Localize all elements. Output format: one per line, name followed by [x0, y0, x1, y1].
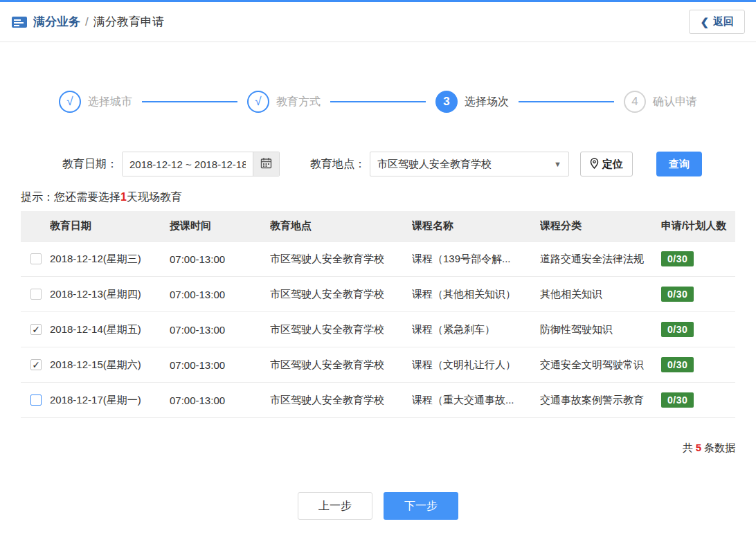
header-course-name: 课程名称: [412, 219, 540, 233]
table-row: ✓ 2018-12-14(星期五) 07:00-13:00 市区驾驶人安全教育学…: [21, 312, 735, 347]
date-range-group: [122, 152, 280, 176]
cell-course-name: 课程（重大交通事故...: [412, 394, 540, 407]
hint-suffix: 天现场教育: [127, 191, 182, 203]
cell-education-place: 市区驾驶人安全教育学校: [270, 323, 412, 336]
step-3-circle: 3: [435, 91, 458, 113]
cell-course-name: 课程（139号部令解...: [412, 253, 540, 266]
step-select-city: √ 选择城市: [59, 91, 132, 113]
header-applied-planned: 申请/计划人数: [661, 219, 735, 233]
header-class-time: 授课时间: [170, 219, 270, 233]
cell-education-place: 市区驾驶人安全教育学校: [270, 359, 412, 372]
next-step-button[interactable]: 下一步: [384, 492, 458, 520]
education-place-select[interactable]: 市区驾驶人安全教育学校 ▼: [370, 152, 569, 176]
step-education-mode: √ 教育方式: [247, 91, 321, 113]
education-date-label: 教育日期：: [62, 157, 118, 172]
table-header-row: 教育日期 授课时间 教育地点 课程名称 课程分类 申请/计划人数: [21, 211, 735, 242]
locate-button-label: 定位: [602, 158, 623, 171]
cell-course-category: 交通事故案例警示教育: [540, 394, 661, 407]
step-connector: [330, 101, 426, 102]
step-1-label: 选择城市: [88, 95, 132, 109]
cell-education-date: 2018-12-17(星期一): [50, 394, 170, 407]
education-place-label: 教育地点：: [310, 157, 366, 172]
step-3-label: 选择场次: [465, 95, 509, 109]
date-range-input[interactable]: [123, 152, 253, 176]
table-row: 2018-12-12(星期三) 07:00-13:00 市区驾驶人安全教育学校 …: [21, 242, 735, 277]
education-place-selected-value: 市区驾驶人安全教育学校: [377, 158, 492, 171]
step-1-circle: √: [59, 91, 81, 113]
table-row: 2018-12-17(星期一) 07:00-13:00 市区驾驶人安全教育学校 …: [21, 383, 735, 418]
chevron-down-icon: ▼: [554, 160, 561, 168]
cell-education-place: 市区驾驶人安全教育学校: [270, 288, 412, 301]
applied-planned-badge: 0/30: [661, 287, 694, 302]
hint-remaining-count: 1: [120, 191, 127, 203]
cell-class-time: 07:00-13:00: [170, 289, 270, 300]
location-pin-icon: [590, 158, 599, 171]
cell-education-date: 2018-12-15(星期六): [50, 359, 170, 372]
applied-planned-badge: 0/30: [661, 357, 694, 372]
cell-course-name: 课程（紧急刹车）: [412, 323, 540, 336]
row-checkbox[interactable]: ✓: [30, 324, 42, 335]
applied-planned-badge: 0/30: [661, 251, 694, 266]
cell-education-date: 2018-12-13(星期四): [50, 288, 170, 301]
back-button[interactable]: ❮ 返回: [689, 10, 745, 34]
table-row: 2018-12-13(星期四) 07:00-13:00 市区驾驶人安全教育学校 …: [21, 277, 735, 312]
previous-step-button[interactable]: 上一步: [298, 492, 372, 520]
step-select-session: 3 选择场次: [435, 91, 509, 113]
back-button-label: 返回: [713, 15, 734, 28]
row-checkbox[interactable]: [30, 289, 42, 300]
cell-class-time: 07:00-13:00: [170, 324, 270, 336]
applied-planned-badge: 0/30: [661, 392, 694, 408]
step-confirm-application: 4 确认申请: [624, 91, 697, 113]
step-2-label: 教育方式: [276, 95, 321, 109]
breadcrumb-separator: /: [85, 15, 89, 29]
wizard-nav-buttons: 上一步 下一步: [0, 492, 756, 520]
table-body: 2018-12-12(星期三) 07:00-13:00 市区驾驶人安全教育学校 …: [21, 242, 735, 418]
top-bar: 满分业务 / 满分教育申请 ❮ 返回: [0, 0, 756, 42]
header-education-date: 教育日期: [50, 219, 170, 233]
row-checkbox[interactable]: [30, 253, 42, 264]
form-list-icon: [11, 15, 28, 29]
total-suffix: 条数据: [704, 442, 735, 453]
cell-education-date: 2018-12-12(星期三): [50, 253, 170, 266]
breadcrumb-section[interactable]: 满分业务: [33, 14, 80, 30]
breadcrumb: 满分业务 / 满分教育申请: [11, 14, 164, 30]
step-2-circle: √: [247, 91, 269, 113]
step-connector: [142, 101, 237, 102]
cell-education-date: 2018-12-14(星期五): [50, 323, 170, 336]
header-course-category: 课程分类: [540, 219, 661, 233]
total-count-line: 共5条数据: [0, 442, 735, 455]
step-4-circle: 4: [624, 91, 646, 113]
cell-course-category: 交通安全文明驾驶常识: [540, 359, 661, 372]
cell-course-name: 课程（其他相关知识）: [412, 288, 540, 301]
step-4-label: 确认申请: [653, 95, 697, 109]
sessions-table: 教育日期 授课时间 教育地点 课程名称 课程分类 申请/计划人数 2018-12…: [21, 211, 735, 418]
filter-bar: 教育日期： 教育地点： 市区驾驶人安全教育学校 ▼: [62, 152, 756, 176]
cell-class-time: 07:00-13:00: [170, 359, 270, 371]
cell-education-place: 市区驾驶人安全教育学校: [270, 394, 412, 407]
applied-planned-badge: 0/30: [661, 322, 694, 337]
cell-class-time: 07:00-13:00: [170, 395, 270, 406]
cell-course-category: 其他相关知识: [540, 288, 661, 301]
step-connector: [519, 101, 614, 102]
remaining-days-hint: 提示：您还需要选择1天现场教育: [21, 190, 756, 205]
calendar-button[interactable]: [253, 152, 279, 176]
wizard-stepper: √ 选择城市 √ 教育方式 3 选择场次 4 确认申请: [59, 91, 697, 113]
row-checkbox[interactable]: [30, 395, 42, 406]
hint-prefix: 提示：您还需要选择: [21, 191, 120, 203]
search-button[interactable]: 查询: [656, 152, 702, 176]
cell-course-name: 课程（文明礼让行人）: [412, 359, 540, 372]
total-count: 5: [696, 442, 701, 453]
header-education-place: 教育地点: [270, 219, 412, 233]
chevron-left-icon: ❮: [700, 16, 709, 28]
breadcrumb-page: 满分教育申请: [93, 14, 164, 30]
total-prefix: 共: [683, 442, 693, 453]
cell-course-category: 防御性驾驶知识: [540, 323, 661, 336]
calendar-icon: [260, 157, 272, 171]
table-row: ✓ 2018-12-15(星期六) 07:00-13:00 市区驾驶人安全教育学…: [21, 347, 735, 383]
cell-class-time: 07:00-13:00: [170, 253, 270, 265]
cell-course-category: 道路交通安全法律法规: [540, 253, 661, 266]
cell-education-place: 市区驾驶人安全教育学校: [270, 253, 412, 266]
row-checkbox[interactable]: ✓: [30, 359, 42, 370]
locate-button[interactable]: 定位: [580, 152, 633, 176]
